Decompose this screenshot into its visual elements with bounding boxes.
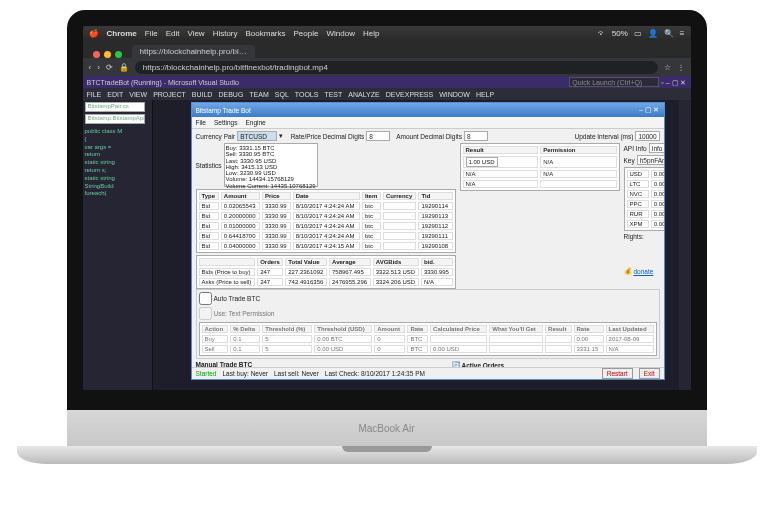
wifi-icon[interactable]: ᯤ [598,29,606,38]
menu-people[interactable]: People [294,29,319,38]
vs-solution-panel[interactable]: BitstampPair.cs Bitstamp.BitstampApi pub… [83,100,153,390]
menu-help[interactable]: Help [363,29,379,38]
apple-icon[interactable]: 🍎 [89,29,99,38]
bot-menu-settings[interactable]: Settings [214,119,238,126]
lock-icon: 🔒 [119,63,129,72]
vs-menu-debug[interactable]: DEBUG [218,91,243,98]
window-controls[interactable] [93,51,122,58]
vs-menu-team[interactable]: TEAM [249,91,268,98]
vs-menubar: FILE EDIT VIEW PROJECT BUILD DEBUG TEAM … [83,88,691,100]
balances-table: USD0.000000BTC0.048255 LTC0.000000NMC0.0… [624,167,664,231]
vs-menu-devexpress[interactable]: DEVEXPRESS [386,91,433,98]
star-icon[interactable]: ☆ [664,63,671,72]
zoom-icon[interactable] [115,51,122,58]
statistics-label: Statistics [196,162,222,169]
browser-tab[interactable]: https://blockchainhelp.pro/bi… [132,45,255,58]
menu-edit[interactable]: Edit [166,29,180,38]
amount-digits-input[interactable]: 8 [464,131,488,141]
status-last-buy: Last buy: Never [222,370,268,377]
rate-digits-input[interactable]: 8 [366,131,390,141]
vs-menu-view[interactable]: VIEW [129,91,147,98]
table-row: Bid0.644187003330.998/10/2017 4:24:24 AM… [199,232,453,240]
table-row: Bid0.020655433330.998/10/2017 4:24:24 AM… [199,202,453,210]
menu-bookmarks[interactable]: Bookmarks [246,29,286,38]
mac-menubar: 🍎 Chrome File Edit View History Bookmark… [83,26,691,40]
tradebot-window: Bitstamp Trade Bot – ▢ ✕ File Settings E… [191,102,665,380]
auto-trade-checkbox[interactable] [199,292,212,305]
currency-pair-label: Currency Pair [196,133,236,140]
battery-pct: 50% [612,29,628,38]
table-row: Bid0.010000003330.998/10/2017 4:24:24 AM… [199,222,453,230]
vs-title: BTCTradeBot (Running) - Microsoft Visual… [87,79,240,86]
auto-trade-table: Action% DeltaThreshold (%)Threshold (USD… [199,322,657,356]
app-name[interactable]: Chrome [107,29,137,38]
vs-class-tab[interactable]: Bitstamp.BitstampApi [85,114,145,124]
table-row: Bid0.200000003330.998/10/2017 4:24:24 AM… [199,212,453,220]
menu-file[interactable]: File [145,29,158,38]
exit-button[interactable]: Exit [639,368,660,379]
menu-view[interactable]: View [187,29,204,38]
donate-icon[interactable]: 💰 [624,267,632,275]
menu-window[interactable]: Window [326,29,354,38]
bot-title: Bitstamp Trade Bot [196,107,251,114]
vs-menu-tools[interactable]: TOOLS [295,91,319,98]
vs-menu-help[interactable]: HELP [476,91,494,98]
vs-menu-file[interactable]: FILE [87,91,102,98]
vs-menu-sql[interactable]: SQL [275,91,289,98]
vs-menu-test[interactable]: TEST [324,91,342,98]
update-interval-input[interactable]: 10000 [635,131,659,141]
nav-fwd-icon[interactable]: › [97,63,100,72]
bot-menu-file[interactable]: File [196,119,206,126]
battery-icon: ▭ [634,29,642,38]
reload-icon[interactable]: ⟳ [106,63,113,72]
close-icon[interactable] [93,51,100,58]
orders-summary-table: OrdersTotal ValueAverageAVGBidsbid. Bids… [196,255,456,289]
kebab-icon[interactable]: ⋮ [677,63,685,72]
chrome-window: https://blockchainhelp.pro/bi… ‹ › ⟳ 🔒 h… [83,40,691,390]
donate-link[interactable]: donate [634,268,654,275]
table-row: Bid0.040000003330.998/10/2017 4:24:15 AM… [199,242,453,250]
visual-studio-window: BTCTradeBot (Running) - Microsoft Visual… [83,76,691,390]
quick-launch[interactable]: Quick Launch (Ctrl+Q) [569,77,659,87]
vs-menu-project[interactable]: PROJECT [153,91,186,98]
vs-menu-edit[interactable]: EDIT [107,91,123,98]
menu-icon[interactable]: ≡ [680,29,685,38]
nav-back-icon[interactable]: ‹ [89,63,92,72]
menu-history[interactable]: History [213,29,238,38]
user-icon[interactable]: 👤 [648,29,658,38]
auto-trade-panel: Auto Trade BTC Use: Text Permission Acti… [196,289,660,359]
api-info-field: Info loaded [649,143,664,153]
address-bar[interactable]: https://blockchainhelp.pro/bitfinexbot/t… [135,61,658,74]
vs-menu-analyze[interactable]: ANALYZE [348,91,379,98]
currency-pair-select[interactable]: BTCUSD [237,131,277,141]
restart-button[interactable]: Restart [602,368,633,379]
result-table: ResultPermission 1.00 USDN/A N/AN/A N/A [460,143,620,191]
vs-menu-build[interactable]: BUILD [192,91,213,98]
status-last-sell: Last sell: Never [274,370,319,377]
perm-checkbox [199,307,212,320]
status-started: Started [196,370,217,377]
ticker-table[interactable]: TypeAmountPriceDateItemCurrencyTid Bid0.… [196,189,456,253]
search-icon[interactable]: 🔍 [664,29,674,38]
vs-file-tab[interactable]: BitstampPair.cs [85,102,145,112]
api-key-field[interactable]: h5pnFAmWkMcUycGBYYt3DDKFoFyn6eg [637,155,664,165]
macbook-label: MacBook Air [67,410,707,446]
statistics-box: Buy: 3331.15 BTC Sell: 3330.95 BTC Last:… [224,143,318,187]
vs-menu-window[interactable]: WINDOW [439,91,470,98]
window-buttons[interactable]: – ▢ ✕ [639,106,659,114]
bot-menu-engine[interactable]: Engine [245,119,265,126]
status-last-check: Last Check: 8/10/2017 1:24:35 PM [325,370,425,377]
minimize-icon[interactable] [104,51,111,58]
